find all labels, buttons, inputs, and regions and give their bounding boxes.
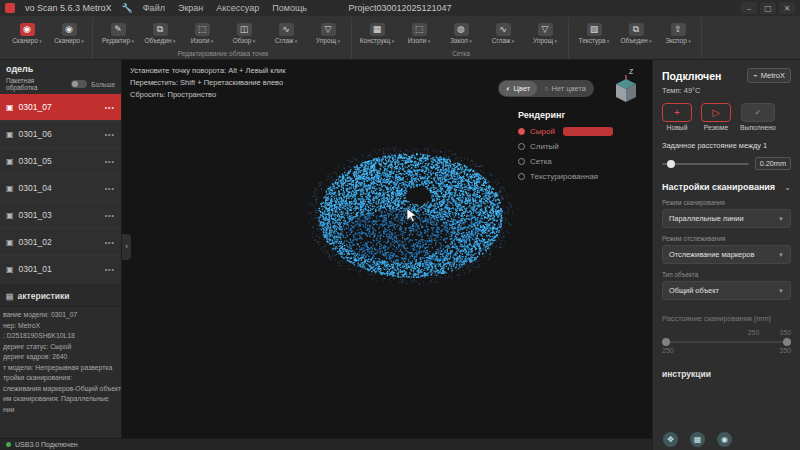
chevron-down-icon: ▼ — [778, 216, 784, 222]
menu-item[interactable]: Файл — [143, 3, 165, 13]
scan-distance-max-label: 350 — [779, 347, 791, 354]
model-icon: ▣ — [6, 157, 14, 166]
menu-item[interactable]: Аксессуар — [216, 3, 259, 13]
toolbar-group-label — [6, 49, 90, 59]
viewport-3d[interactable]: Установите точку поворота: Alt + Левый к… — [122, 60, 652, 438]
settings-field-label: Тип объекта — [662, 271, 791, 278]
model-icon: ▣ — [6, 130, 14, 139]
toolbar-button-label: Экспор — [665, 37, 691, 44]
slider-knob-max[interactable] — [783, 338, 791, 346]
model-property: : D2518190SH6K10L18 — [3, 331, 118, 342]
model-icon: ▣ — [6, 265, 14, 274]
toolbar-button-icon: ⬚ — [195, 23, 210, 36]
model-name: 0301_01 — [19, 264, 52, 274]
slider-knob[interactable] — [667, 160, 675, 168]
scan-action-button[interactable]: ✓ — [741, 103, 775, 122]
model-list-item[interactable]: ▣ 0301_07 ••• — [0, 94, 121, 121]
footer-icon[interactable]: ▦ — [690, 432, 705, 447]
scan-action-button[interactable]: + — [662, 103, 692, 122]
footer-icon[interactable]: ◉ — [717, 432, 732, 447]
toolbar-button[interactable]: ⬚ Изоли — [398, 18, 440, 49]
settings-dropdown[interactable]: Параллельные линии ▼ — [662, 209, 791, 228]
batch-processing-toggle[interactable] — [71, 80, 87, 88]
model-list-item[interactable]: ▣ 0301_06 ••• — [0, 121, 121, 148]
toolbar-button[interactable]: ◫ Обзор — [223, 18, 265, 49]
toolbar-button-icon: ▨ — [587, 23, 602, 36]
color-toggle-option[interactable]: ○ Нет цвета — [537, 81, 593, 96]
model-list: ▣ 0301_07 ••• ▣ 0301_06 ••• ▣ 0301_05 ••… — [0, 94, 121, 283]
maximize-icon[interactable]: ▢ — [760, 2, 776, 14]
model-list-item[interactable]: ▣ 0301_01 ••• — [0, 256, 121, 283]
toolbar-button[interactable]: ⇪ Экспор — [657, 18, 699, 49]
minimize-icon[interactable]: – — [741, 2, 757, 14]
model-property: деринг статус: Сырой — [3, 342, 118, 353]
toolbar-button[interactable]: ✎ Редактир — [97, 18, 139, 49]
model-name: 0301_03 — [19, 210, 52, 220]
toolbar-button-icon: ⬚ — [412, 23, 427, 36]
toolbar-group-label: Редактирование облака точек — [97, 49, 349, 59]
model-list-item[interactable]: ▣ 0301_04 ••• — [0, 175, 121, 202]
device-button[interactable]: ⌁ MetroX — [747, 68, 791, 83]
footer-icon[interactable]: ✥ — [663, 432, 678, 447]
scan-actions: + Новый ▷ Резюме ✓ Выполнено — [662, 103, 791, 131]
more-menu-icon[interactable]: ••• — [105, 131, 115, 138]
toolbar-button[interactable]: ▨ Текстура — [573, 18, 615, 49]
app-logo-icon — [5, 3, 15, 13]
point-distance-label: Заданное расстояние между 1 — [662, 141, 791, 150]
chevron-down-icon: ▼ — [778, 288, 784, 294]
toolbar-button[interactable]: ⧉ Объедин — [139, 18, 181, 49]
toolbar-button[interactable]: ◉ Сканиро — [48, 18, 90, 49]
color-toggle-option[interactable]: ◐ Цвет — [499, 81, 537, 96]
toolbar-button[interactable]: ∿ Сглаж — [482, 18, 524, 49]
toolbar-button-icon: ▽ — [321, 23, 336, 36]
more-menu-icon[interactable]: ••• — [105, 212, 115, 219]
toolbar-button-icon: ▦ — [370, 23, 385, 36]
sidebar-title: одель — [6, 64, 115, 74]
tool-icon[interactable]: 🔧 — [122, 3, 133, 13]
toolbar-button-label: Объедин — [144, 37, 175, 44]
scan-distance-slider[interactable] — [662, 341, 791, 343]
scan-distance-value-min: 250 — [748, 329, 760, 336]
device-name: MetroX — [761, 71, 785, 80]
toolbar-button[interactable]: ◉ Сканиро — [6, 18, 48, 49]
characteristics-header[interactable]: ▤ актеристики — [0, 285, 121, 307]
toolbar-button[interactable]: ▽ Упрощ — [307, 18, 349, 49]
app-window: vo Scan 5.6.3 MetroX 🔧 ФайлЭкранАксессуа… — [0, 0, 800, 450]
toolbar-button[interactable]: ▽ Упрощ — [524, 18, 566, 49]
settings-dropdown-value: Отслеживание маркеров — [669, 250, 754, 259]
slider-knob-min[interactable] — [662, 338, 670, 346]
toolbar-button[interactable]: ◍ Закол — [440, 18, 482, 49]
point-distance-slider[interactable] — [662, 163, 749, 165]
scan-settings-header[interactable]: Настройки сканирования ⌄ — [662, 182, 791, 192]
more-menu-icon[interactable]: ••• — [105, 104, 115, 111]
menu-item[interactable]: Помощь — [272, 3, 307, 13]
toolbar-button[interactable]: ▦ Конструкц — [356, 18, 398, 49]
toolbar-button[interactable]: ⬚ Изоли — [181, 18, 223, 49]
toolbar-button[interactable]: ⧉ Объедин — [615, 18, 657, 49]
close-icon[interactable]: ✕ — [779, 2, 795, 14]
sidebar-collapse-handle[interactable]: ‹ — [122, 234, 131, 260]
color-toggle: ◐ Цвет ○ Нет цвета — [498, 80, 594, 97]
more-menu-icon[interactable]: ••• — [105, 158, 115, 165]
more-menu-icon[interactable]: ••• — [105, 239, 115, 246]
point-distance-value[interactable]: 0.20mm — [755, 157, 791, 170]
more-link[interactable]: Больше — [91, 81, 115, 88]
menu-item[interactable]: Экран — [178, 3, 203, 13]
settings-field: Режим сканирования Параллельные линии ▼ — [662, 199, 791, 228]
scan-action-button[interactable]: ▷ — [701, 103, 731, 122]
model-list-item[interactable]: ▣ 0301_05 ••• — [0, 148, 121, 175]
model-property: слеживания маркеров-Общий объект — [3, 384, 118, 395]
settings-dropdown[interactable]: Общий объект ▼ — [662, 281, 791, 300]
model-list-item[interactable]: ▣ 0301_03 ••• — [0, 202, 121, 229]
scan-settings-fields: Режим сканирования Параллельные линии ▼ … — [662, 199, 791, 300]
mouse-cursor-icon — [406, 208, 418, 226]
main-toolbar: ◉ Сканиро ◉ Сканиро ✎ Редактир — [0, 16, 800, 60]
scan-control-panel: Подключен ⌁ MetroX Темп: 49°C + Новый ▷ … — [652, 60, 800, 450]
usb-status-text: USB3.0 Подключен — [15, 441, 78, 448]
settings-dropdown[interactable]: Отслеживание маркеров ▼ — [662, 245, 791, 264]
model-list-item[interactable]: ▣ 0301_02 ••• — [0, 229, 121, 256]
more-menu-icon[interactable]: ••• — [105, 185, 115, 192]
more-menu-icon[interactable]: ••• — [105, 266, 115, 273]
toolbar-button[interactable]: ∿ Сглаж — [265, 18, 307, 49]
orientation-gizmo[interactable]: Z — [608, 66, 644, 112]
